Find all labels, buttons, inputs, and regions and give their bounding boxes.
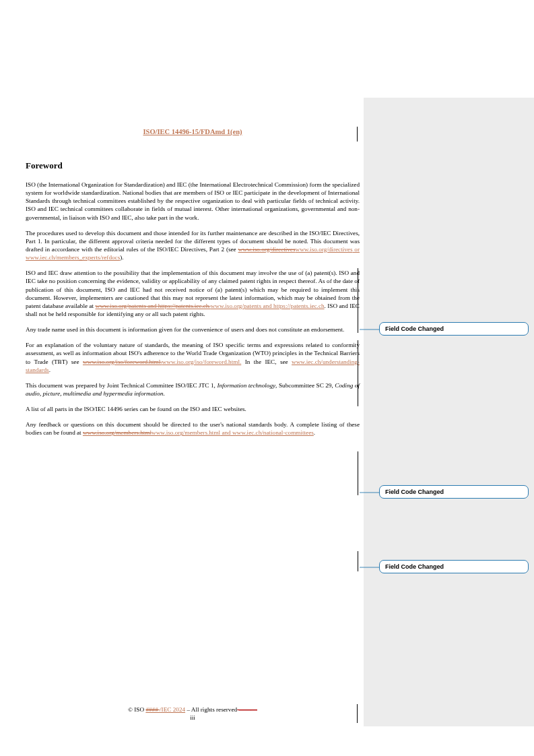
page-footer: © ISO #### /IEC 2024 – All rights reserv… [26,706,360,722]
text: – All rights reserved [185,706,237,713]
change-bar [357,704,358,723]
leader-lines [0,0,534,756]
deleted-year: #### [145,706,160,713]
page-number: iii [26,714,360,722]
copyright-line: © ISO #### /IEC 2024 – All rights reserv… [26,706,360,714]
inserted-org-year: /IEC 2024 [160,706,185,713]
text: © ISO [128,706,145,713]
deleted-trailing: ——— [237,706,257,713]
